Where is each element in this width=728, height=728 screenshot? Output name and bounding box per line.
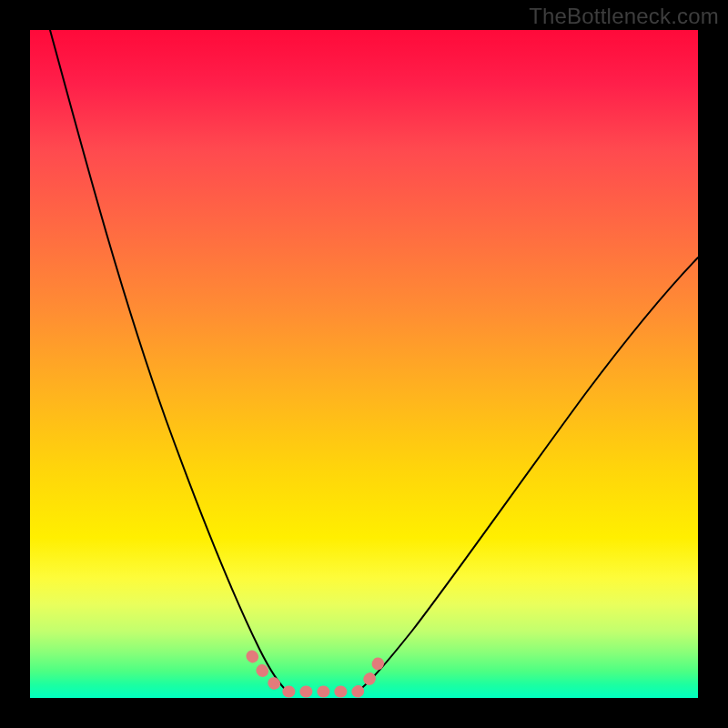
chart-svg (30, 30, 698, 698)
right-curve (358, 258, 698, 692)
watermark-text: TheBottleneck.com (529, 4, 719, 29)
left-curve (50, 30, 288, 692)
chart-frame: TheBottleneck.com (0, 0, 728, 728)
plot-area (30, 30, 698, 698)
